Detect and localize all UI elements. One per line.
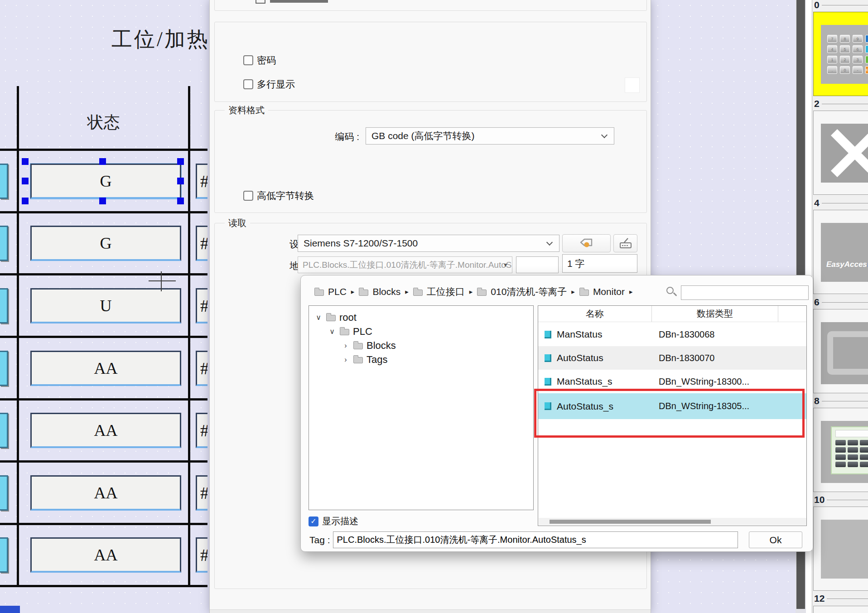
tag-type: DBn-1830070	[659, 353, 714, 363]
canvas-cell-left[interactable]	[0, 351, 8, 386]
selection-handle[interactable]	[177, 158, 184, 165]
status-cell-text: AA	[94, 421, 118, 440]
keypad-display	[835, 430, 868, 437]
tree-collapsed-icon[interactable]: ›	[342, 342, 350, 350]
tag-variable-icon	[545, 402, 551, 410]
keyboard-input-button[interactable]	[613, 234, 637, 252]
canvas-cell-left[interactable]	[0, 164, 8, 199]
groupbox-title: 资料格式	[225, 104, 268, 116]
window-thumbnail-4[interactable]: EasyAccess	[813, 210, 868, 294]
key: 5	[840, 45, 850, 53]
folder-icon	[353, 357, 363, 363]
status-cell[interactable]: AA	[30, 413, 181, 448]
table-row-selected[interactable]: AutoStatus_s DBn_WString-18305...	[538, 393, 806, 419]
tree-expanded-icon[interactable]: ∨	[328, 327, 336, 336]
window-number: 0	[814, 0, 820, 10]
breadcrumb-item-machine[interactable]: 010清洗机-等离子	[491, 285, 567, 298]
canvas-cell-left[interactable]	[0, 226, 8, 261]
breadcrumb-item-plc[interactable]: PLC	[328, 286, 347, 297]
tree-item-tags[interactable]: › Tags	[309, 352, 533, 367]
divider	[822, 203, 868, 203]
thumbnail-image	[821, 124, 868, 183]
canvas-cell-right[interactable]: #	[196, 475, 207, 511]
tree-item-plc[interactable]: ∨ PLC	[309, 324, 533, 338]
tag-browser-button[interactable]	[562, 234, 611, 252]
window-thumbnail-12[interactable]	[813, 606, 868, 613]
window-thumbnail-6[interactable]	[813, 309, 868, 393]
clipped-checkbox[interactable]	[256, 0, 265, 4]
address-index-field[interactable]	[516, 256, 559, 273]
thumbnail-image	[821, 520, 868, 579]
status-cell[interactable]: G	[30, 226, 181, 261]
canvas-cell-right[interactable]: #	[196, 537, 207, 573]
selection-handle[interactable]	[22, 198, 29, 204]
divider	[822, 5, 868, 5]
hash-glyph: #	[200, 171, 207, 191]
canvas-cell-right[interactable]: #	[196, 413, 207, 448]
status-cell[interactable]: AA	[30, 475, 181, 511]
canvas-cell-left[interactable]	[0, 288, 8, 323]
tree-item-root[interactable]: ∨ root	[309, 310, 533, 324]
selection-handle[interactable]	[22, 178, 29, 184]
ok-button[interactable]: Ok	[749, 531, 802, 548]
tree-collapsed-icon[interactable]: ›	[342, 356, 350, 364]
canvas-cell-right[interactable]: #	[196, 351, 207, 386]
password-checkbox[interactable]	[243, 55, 253, 65]
canvas-cell-right[interactable]: #	[196, 164, 207, 199]
status-cell[interactable]: U	[30, 288, 181, 323]
byte-swap-label: 高低字节转换	[257, 189, 314, 202]
breadcrumb-item-interface[interactable]: 工位接口	[427, 285, 465, 298]
key: .	[827, 66, 837, 74]
canvas-cell-left[interactable]	[0, 537, 8, 573]
color-swatch[interactable]	[625, 77, 640, 93]
tag-name: ManStatus	[557, 329, 659, 340]
breadcrumb-item-monitor[interactable]: Monitor	[593, 286, 625, 297]
show-description-label: 显示描述	[322, 515, 358, 527]
selection-handle[interactable]	[177, 198, 184, 204]
table-row[interactable]: AutoStatus DBn-1830070	[538, 346, 806, 370]
window-thumbnail-8[interactable]	[813, 408, 868, 492]
byte-swap-checkbox[interactable]	[243, 191, 253, 201]
selection-handle[interactable]	[99, 158, 106, 165]
selection-handle[interactable]	[99, 198, 106, 204]
canvas-cell-right[interactable]: #	[196, 226, 207, 261]
multiline-checkbox[interactable]	[243, 79, 253, 89]
tag-path-input[interactable]	[333, 531, 738, 548]
word-length-field[interactable]: 1 字	[562, 254, 637, 273]
status-cell-selected[interactable]: G	[30, 164, 181, 199]
tree-expanded-icon[interactable]: ∨	[314, 313, 323, 322]
tag-variable-icon	[545, 354, 551, 362]
key: 3	[853, 56, 863, 63]
window-thumbnail-0-selected[interactable]: 7 8 9 4 5 6 1 2 3 . 0 - Enter	[813, 12, 868, 96]
encoding-dropdown[interactable]: GB code (高低字节转换)	[366, 127, 614, 145]
tree-item-blocks[interactable]: › Blocks	[309, 338, 533, 352]
easyaccess-logo: EasyAccess	[826, 260, 868, 269]
hash-glyph: #	[200, 233, 207, 253]
tag-icon	[579, 238, 594, 249]
selection-handle[interactable]	[177, 178, 184, 184]
canvas-cell-right[interactable]: #	[196, 288, 207, 323]
thumbnail-image	[821, 421, 868, 483]
breadcrumb-item-blocks[interactable]: Blocks	[372, 286, 400, 297]
scrollbar-thumb[interactable]	[550, 520, 711, 524]
address-dropdown[interactable]: PLC.Blocks.工位接口.010清洗机-等离子.Monitor.AutoS…	[298, 256, 512, 273]
column-header-name[interactable]: 名称	[538, 306, 652, 322]
table-horizontal-scrollbar[interactable]	[539, 518, 806, 525]
selection-handle[interactable]	[22, 158, 29, 165]
window-thumbnail-2[interactable]	[813, 111, 868, 195]
search-input[interactable]	[681, 285, 809, 300]
column-header-type[interactable]: 数据类型	[652, 306, 779, 322]
table-row[interactable]: ManStatus_s DBn_WString-18300...	[538, 370, 806, 393]
status-cell[interactable]: AA	[30, 537, 181, 573]
window-thumbnail-10[interactable]	[813, 507, 868, 591]
dialog-footer	[210, 609, 651, 613]
status-cell[interactable]: AA	[30, 351, 181, 386]
show-description-checkbox[interactable]: ✓	[309, 516, 318, 526]
keypad-preview	[831, 426, 868, 474]
table-row[interactable]: ManStatus DBn-1830068	[538, 323, 806, 346]
canvas-cell-left[interactable]	[0, 475, 8, 511]
device-dropdown[interactable]: Siemens S7-1200/S7-1500	[298, 235, 559, 252]
check-icon: ✓	[310, 517, 316, 526]
grid-hline	[0, 523, 207, 525]
canvas-cell-left[interactable]	[0, 413, 8, 448]
